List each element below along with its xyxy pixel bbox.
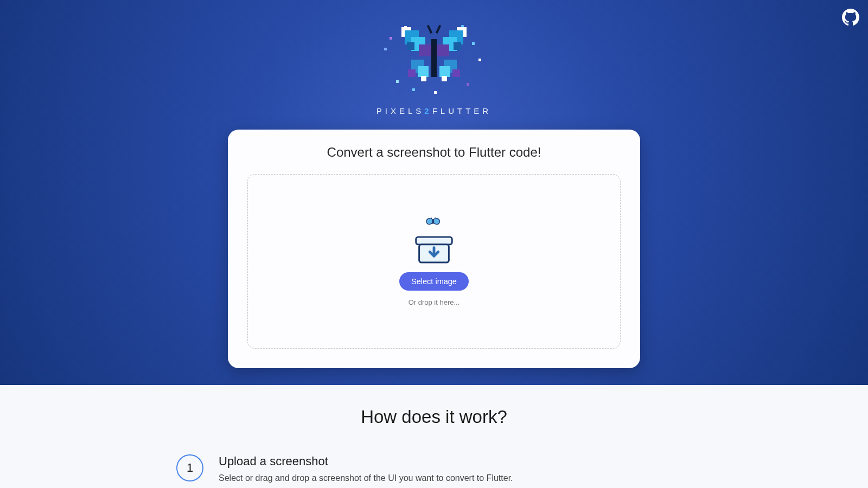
svg-point-33 [432, 219, 434, 224]
brand-part2: 2 [424, 106, 432, 115]
svg-rect-26 [452, 69, 460, 77]
brand-part1: PIXELS [376, 106, 425, 115]
svg-rect-8 [434, 91, 437, 94]
step-number: 1 [176, 454, 203, 481]
card-title: Convert a screenshot to Flutter code! [247, 145, 621, 160]
svg-rect-4 [478, 59, 481, 61]
how-it-works-section: How does it work? 1 Upload a screenshot … [0, 385, 868, 488]
svg-rect-13 [419, 44, 431, 56]
brand-part3: FLUTTER [432, 106, 492, 115]
step-title: Upload a screenshot [219, 454, 692, 468]
step-1: 1 Upload a screenshot Select or drag and… [176, 453, 692, 485]
brand-name: PIXELS2FLUTTER [376, 106, 492, 115]
select-image-button[interactable]: Select image [399, 272, 469, 291]
svg-rect-22 [408, 69, 416, 77]
github-link[interactable] [842, 9, 859, 26]
hero-section: PIXELS2FLUTTER Convert a screenshot to F… [0, 0, 868, 385]
upload-card: Convert a screenshot to Flutter code! [228, 130, 640, 368]
svg-rect-1 [390, 37, 392, 40]
svg-rect-23 [421, 76, 426, 81]
step-desc: Select or drag and drop a screenshot of … [219, 472, 692, 485]
svg-rect-0 [384, 48, 387, 50]
svg-rect-29 [427, 25, 432, 34]
svg-rect-14 [407, 42, 414, 50]
svg-rect-3 [472, 42, 475, 45]
butterfly-logo-icon [380, 15, 488, 97]
svg-rect-18 [437, 44, 449, 56]
drop-hint: Or drop it here... [409, 298, 460, 306]
dropzone[interactable]: Select image Or drop it here... [247, 174, 621, 349]
upload-box-icon [414, 217, 454, 265]
svg-rect-28 [431, 39, 437, 77]
svg-rect-27 [442, 76, 447, 81]
logo-block: PIXELS2FLUTTER [376, 15, 492, 115]
svg-rect-21 [418, 66, 429, 77]
step-content: Upload a screenshot Select or drag and d… [219, 453, 692, 485]
svg-rect-2 [396, 80, 399, 83]
svg-rect-5 [467, 83, 469, 86]
svg-rect-19 [454, 42, 461, 50]
svg-rect-9 [412, 88, 415, 91]
svg-rect-34 [416, 237, 452, 245]
svg-rect-25 [439, 66, 450, 77]
github-icon [842, 9, 859, 26]
svg-rect-30 [436, 25, 441, 34]
how-title: How does it work? [361, 407, 507, 427]
steps-list: 1 Upload a screenshot Select or drag and… [176, 453, 692, 485]
